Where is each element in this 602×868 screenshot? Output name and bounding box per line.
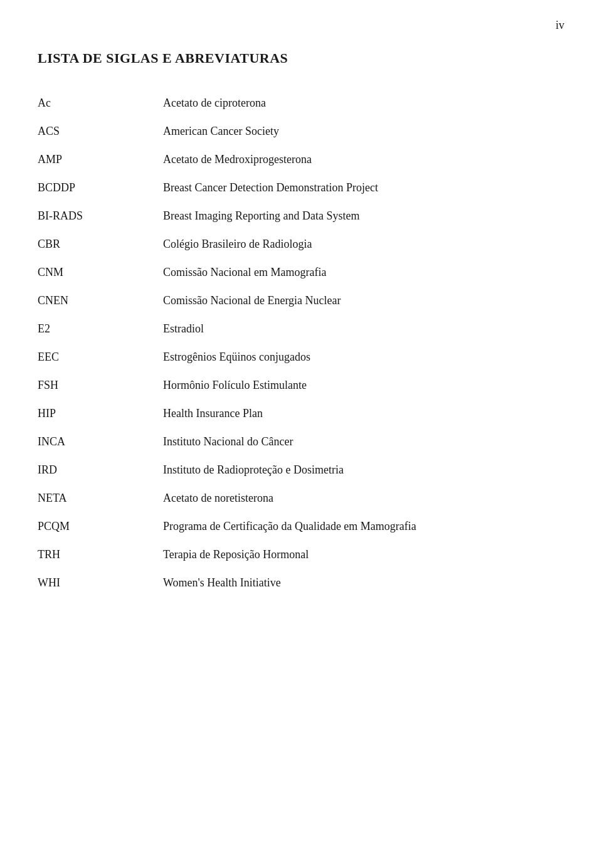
- list-item: CBRColégio Brasileiro de Radiologia: [38, 238, 552, 251]
- list-item: BI-RADSBreast Imaging Reporting and Data…: [38, 209, 552, 223]
- list-item: NETAAcetato de noretisterona: [38, 492, 552, 505]
- list-item: BCDDPBreast Cancer Detection Demonstrati…: [38, 181, 552, 194]
- abbreviation-code: CBR: [38, 238, 163, 251]
- abbreviation-code: IRD: [38, 463, 163, 477]
- list-item: ACSAmerican Cancer Society: [38, 125, 552, 138]
- abbreviation-list: AcAcetato de ciproteronaACSAmerican Canc…: [38, 97, 552, 590]
- list-item: CNENComissão Nacional de Energia Nuclear: [38, 294, 552, 307]
- abbreviation-code: PCQM: [38, 520, 163, 533]
- abbreviation-definition: Colégio Brasileiro de Radiologia: [163, 238, 552, 251]
- abbreviation-code: AMP: [38, 153, 163, 166]
- list-item: HIPHealth Insurance Plan: [38, 407, 552, 420]
- page-number: iv: [556, 19, 564, 32]
- abbreviation-definition: Women's Health Initiative: [163, 576, 552, 590]
- abbreviation-definition: Comissão Nacional de Energia Nuclear: [163, 294, 552, 307]
- abbreviation-definition: Estrogênios Eqüinos conjugados: [163, 351, 552, 364]
- list-item: CNMComissão Nacional em Mamografia: [38, 266, 552, 279]
- abbreviation-definition: Instituto Nacional do Câncer: [163, 435, 552, 448]
- abbreviation-code: BCDDP: [38, 181, 163, 194]
- abbreviation-code: E2: [38, 322, 163, 336]
- list-item: AcAcetato de ciproterona: [38, 97, 552, 110]
- abbreviation-code: CNEN: [38, 294, 163, 307]
- list-item: TRHTerapia de Reposição Hormonal: [38, 548, 552, 561]
- abbreviation-code: TRH: [38, 548, 163, 561]
- abbreviation-code: BI-RADS: [38, 209, 163, 223]
- abbreviation-code: NETA: [38, 492, 163, 505]
- abbreviation-definition: American Cancer Society: [163, 125, 552, 138]
- abbreviation-definition: Comissão Nacional em Mamografia: [163, 266, 552, 279]
- abbreviation-code: WHI: [38, 576, 163, 590]
- abbreviation-code: INCA: [38, 435, 163, 448]
- abbreviation-code: ACS: [38, 125, 163, 138]
- list-item: IRDInstituto de Radioproteção e Dosimetr…: [38, 463, 552, 477]
- list-item: FSHHormônio Folículo Estimulante: [38, 379, 552, 392]
- abbreviation-code: FSH: [38, 379, 163, 392]
- abbreviation-definition: Acetato de ciproterona: [163, 97, 552, 110]
- list-item: INCAInstituto Nacional do Câncer: [38, 435, 552, 448]
- list-item: E2Estradiol: [38, 322, 552, 336]
- abbreviation-code: HIP: [38, 407, 163, 420]
- page-title: LISTA DE SIGLAS E ABREVIATURAS: [38, 50, 552, 66]
- abbreviation-definition: Acetato de noretisterona: [163, 492, 552, 505]
- abbreviation-definition: Terapia de Reposição Hormonal: [163, 548, 552, 561]
- abbreviation-definition: Instituto de Radioproteção e Dosimetria: [163, 463, 552, 477]
- abbreviation-definition: Health Insurance Plan: [163, 407, 552, 420]
- abbreviation-code: EEC: [38, 351, 163, 364]
- abbreviation-definition: Estradiol: [163, 322, 552, 336]
- abbreviation-code: CNM: [38, 266, 163, 279]
- list-item: WHIWomen's Health Initiative: [38, 576, 552, 590]
- abbreviation-definition: Breast Imaging Reporting and Data System: [163, 209, 552, 223]
- abbreviation-code: Ac: [38, 97, 163, 110]
- list-item: PCQMPrograma de Certificação da Qualidad…: [38, 520, 552, 533]
- abbreviation-definition: Programa de Certificação da Qualidade em…: [163, 520, 552, 533]
- list-item: EECEstrogênios Eqüinos conjugados: [38, 351, 552, 364]
- abbreviation-definition: Breast Cancer Detection Demonstration Pr…: [163, 181, 552, 194]
- abbreviation-definition: Hormônio Folículo Estimulante: [163, 379, 552, 392]
- abbreviation-definition: Acetato de Medroxiprogesterona: [163, 153, 552, 166]
- list-item: AMPAcetato de Medroxiprogesterona: [38, 153, 552, 166]
